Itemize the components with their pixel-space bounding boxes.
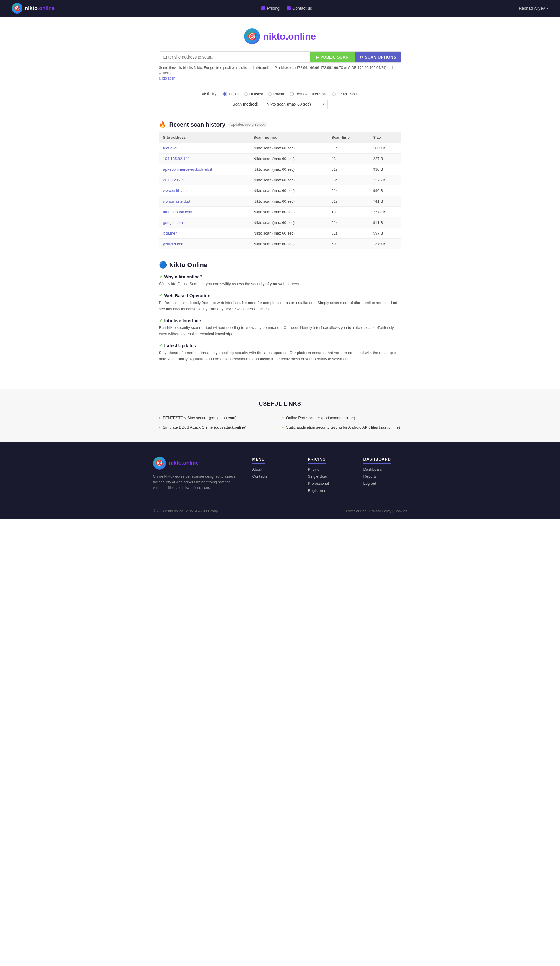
site-address-cell[interactable]: yenizler.com [159, 239, 249, 249]
site-address-cell[interactable]: thefacebook.com [159, 207, 249, 217]
chevron-down-icon: ▾ [547, 7, 548, 10]
footer-link-pricing[interactable]: Pricing [308, 467, 352, 472]
scan-time-cell: 61s [327, 196, 369, 207]
scan-table: Site address Scan method Scan time Size … [159, 132, 401, 249]
about-item-text: Stay ahead of emerging threats by checki… [159, 350, 401, 362]
scan-input[interactable] [159, 52, 310, 62]
useful-link-item[interactable]: • Simulate DDoS Attack Online (ddosattac… [159, 425, 278, 430]
privacy-link[interactable]: Privacy Policy [369, 509, 391, 513]
about-title: 🔵 Nikto Online [159, 261, 401, 269]
bullet-icon: • [159, 415, 161, 421]
navbar-brand[interactable]: 🎯 nikto.online [12, 3, 55, 13]
table-row: 20.39.206.73 Nikto scan (max 60 sec) 63s… [159, 175, 401, 186]
visibility-osint-scan[interactable]: OSINT scan [332, 92, 359, 96]
about-item-title: ✔ Intuitive Interface [159, 318, 401, 323]
scan-table-head: Site address Scan method Scan time Size [159, 132, 401, 143]
footer-link-reports[interactable]: Reports [364, 474, 407, 478]
size-cell: 2772 B [369, 207, 401, 217]
scan-time-cell: 61s [327, 217, 369, 228]
visibility-row: Visibility: Public Unlisted Private Remo… [159, 91, 401, 96]
hero-brand: 🎯 nikto.online [244, 28, 316, 44]
pricing-icon [261, 6, 265, 10]
hero: 🎯 nikto.online PUBLIC SCAN SCAN OPTIONS … [0, 16, 560, 121]
site-address-cell[interactable]: 20.39.206.73 [159, 175, 249, 186]
bullet-icon: • [282, 415, 284, 421]
play-icon [316, 55, 319, 59]
table-row: api-ecommerce-es.toolweb.it Nikto scan (… [159, 164, 401, 175]
hero-logo-icon: 🎯 [244, 28, 260, 44]
scan-method-cell: Nikto scan (max 60 sec) [249, 228, 327, 239]
footer-menu-col: MENU About Contacts [252, 457, 296, 495]
scan-method-cell: Nikto scan (max 60 sec) [249, 143, 327, 153]
cookies-link[interactable]: Cookies [394, 509, 407, 513]
footer-link-professional[interactable]: Professional [308, 481, 352, 486]
main-content: 🔥 Recent scan history Updates every 30 s… [153, 121, 407, 380]
site-address-cell[interactable]: 194.135.82.141 [159, 153, 249, 164]
check-icon: ✔ [159, 274, 162, 279]
scan-method-select[interactable]: Nikto scan (max 60 sec) Full scan Quick … [263, 99, 328, 109]
scan-table-header-row: Site address Scan method Scan time Size [159, 132, 401, 143]
size-cell: 1839 B [369, 143, 401, 153]
about-item-title: ✔ Why nikto.online? [159, 274, 401, 279]
site-address-cell[interactable]: www.masterd.pt [159, 196, 249, 207]
footer-link-dashboard[interactable]: Dashboard [364, 467, 407, 472]
about-item-text: Perform all tasks directly from the web … [159, 300, 401, 312]
visibility-private[interactable]: Private [268, 92, 285, 96]
site-address-cell[interactable]: google.com [159, 217, 249, 228]
about-item-text: Run Nikto security scanner tool without … [159, 325, 401, 337]
footer-link-logout[interactable]: Log out [364, 481, 407, 486]
scan-time-cell: 61s [327, 186, 369, 196]
navbar-user[interactable]: Rashad Aliyev ▾ [519, 6, 548, 11]
bullet-icon: • [282, 425, 284, 430]
sliders-icon [359, 55, 363, 59]
brand-name: nikto.online [25, 5, 55, 12]
scan-method-cell: Nikto scan (max 60 sec) [249, 217, 327, 228]
scan-time-cell: 61s [327, 228, 369, 239]
navbar-links: Pricing Contact us [261, 6, 312, 11]
terms-link[interactable]: Terms of Use [345, 509, 367, 513]
visibility-unlisted[interactable]: Unlisted [244, 92, 263, 96]
about-section: 🔵 Nikto Online ✔ Why nikto.online? With … [159, 261, 401, 362]
nav-link-contact[interactable]: Contact us [287, 6, 312, 11]
scan-time-cell: 63s [327, 175, 369, 186]
public-scan-button[interactable]: PUBLIC SCAN [310, 52, 355, 62]
table-row: thefacebook.com Nikto scan (max 60 sec) … [159, 207, 401, 217]
site-address-cell[interactable]: www.esith.ac.ma [159, 186, 249, 196]
useful-link-item[interactable]: • Static application security testing fo… [282, 425, 401, 430]
visibility-label: Visibility: [201, 91, 218, 96]
about-item-title: ✔ Web-Based Operation [159, 293, 401, 298]
nikto-scan-link[interactable]: Nikto scan [159, 76, 175, 80]
site-address-cell[interactable]: api-ecommerce-es.toolweb.it [159, 164, 249, 175]
size-cell: 1275 B [369, 175, 401, 186]
check-icon: ✔ [159, 343, 162, 348]
scan-input-row: PUBLIC SCAN SCAN OPTIONS [159, 51, 401, 63]
scan-time-cell: 61s [327, 164, 369, 175]
useful-links-title: USEFUL LINKS [6, 401, 554, 407]
size-cell: 996 B [369, 186, 401, 196]
site-address-cell[interactable]: feetle.lol [159, 143, 249, 153]
footer-description: Online Nikto web server scanner designed… [153, 474, 241, 491]
footer-link-about[interactable]: About [252, 467, 296, 472]
footer-link-contacts[interactable]: Contacts [252, 474, 296, 478]
visibility-remove-after-scan[interactable]: Remove after scan [290, 92, 327, 96]
useful-link-item[interactable]: • PENTESTON Stay secure (penteston.com) [159, 415, 278, 421]
footer-link-registered[interactable]: Registered [308, 488, 352, 493]
scan-options-button[interactable]: SCAN OPTIONS [355, 52, 401, 62]
size-cell: 911 B [369, 217, 401, 228]
col-scan-time: Scan time [327, 132, 369, 143]
scan-table-body: feetle.lol Nikto scan (max 60 sec) 61s 1… [159, 143, 401, 249]
nav-link-pricing[interactable]: Pricing [261, 6, 280, 11]
scan-method-cell: Nikto scan (max 60 sec) [249, 239, 327, 249]
hero-title: nikto.online [263, 31, 316, 42]
footer-link-single-scan[interactable]: Single Scan [308, 474, 352, 478]
footer-dashboard-links: Dashboard Reports Log out [364, 467, 407, 486]
useful-link-item[interactable]: • Online Port scanner (portscanner.onlin… [282, 415, 401, 421]
footer-brand-text: nikto.online [169, 460, 199, 466]
scan-time-cell: 61s [327, 143, 369, 153]
site-address-cell[interactable]: xjtu.men [159, 228, 249, 239]
footer-brand: 🎯 nikto.online [153, 457, 241, 470]
footer-pricing-col: PRICING Pricing Single Scan Professional… [308, 457, 352, 495]
visibility-public[interactable]: Public [223, 92, 239, 96]
contact-icon [287, 6, 291, 10]
footer-bottom: © 2024 nikto.online, MUNSIRADO Group Ter… [153, 504, 407, 513]
